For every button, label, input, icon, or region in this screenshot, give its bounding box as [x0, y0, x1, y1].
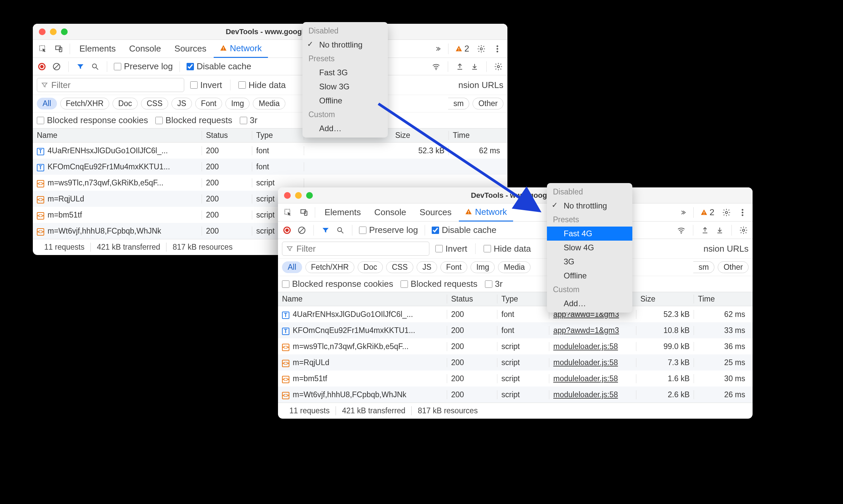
maximize-icon[interactable] — [61, 29, 68, 35]
chip-img[interactable]: Img — [471, 262, 495, 273]
dropdown-item-add[interactable]: Add… — [547, 296, 632, 310]
upload-icon[interactable] — [455, 61, 465, 72]
chip-media[interactable]: Media — [498, 262, 530, 273]
kebab-icon[interactable] — [490, 41, 505, 56]
search-icon[interactable] — [335, 225, 345, 235]
tab-network[interactable]: Network — [214, 40, 268, 58]
blocked-requests-checkbox[interactable]: Blocked requests — [401, 279, 477, 289]
hide-data-checkbox[interactable]: Hide data — [239, 80, 286, 90]
chip-all[interactable]: All — [37, 98, 57, 109]
dropdown-item-slow3g[interactable]: Slow 3G — [302, 80, 388, 94]
hide-data-checkbox[interactable]: Hide data — [484, 244, 531, 254]
filter-input[interactable]: Filter — [282, 241, 429, 256]
blocked-response-checkbox[interactable]: Blocked response cookies — [37, 115, 148, 126]
record-button[interactable] — [282, 225, 292, 235]
inspect-icon[interactable] — [35, 41, 50, 56]
chip-img[interactable]: Img — [225, 98, 249, 109]
chip-js[interactable]: JS — [417, 262, 437, 273]
download-icon[interactable] — [470, 61, 480, 72]
gear-icon[interactable] — [474, 41, 489, 56]
wifi-icon[interactable] — [431, 61, 441, 72]
chip-css[interactable]: CSS — [141, 98, 168, 109]
close-icon[interactable] — [39, 29, 46, 35]
gear-icon[interactable] — [738, 225, 749, 235]
blocked-response-checkbox[interactable]: Blocked response cookies — [282, 279, 393, 289]
more-tabs-icon[interactable] — [430, 41, 445, 56]
filter-icon[interactable] — [75, 61, 85, 72]
tab-console[interactable]: Console — [123, 40, 167, 58]
chip-fetch[interactable]: Fetch/XHR — [60, 98, 109, 109]
tab-elements[interactable]: Elements — [318, 203, 367, 221]
cell-initiator[interactable]: moduleloader.js:58 — [549, 358, 636, 367]
tab-elements[interactable]: Elements — [73, 40, 122, 58]
minimize-icon[interactable] — [50, 29, 57, 35]
col-status[interactable]: Status — [447, 294, 497, 304]
chip-other[interactable]: Other — [718, 262, 749, 273]
tab-network[interactable]: Network — [459, 203, 513, 221]
kebab-icon[interactable] — [735, 205, 750, 220]
filter-icon[interactable] — [320, 225, 331, 235]
search-icon[interactable] — [90, 61, 100, 72]
col-size[interactable]: Size — [391, 131, 449, 140]
dropdown-item-offline[interactable]: Offline — [302, 94, 388, 108]
third-party-checkbox[interactable]: 3r — [240, 115, 258, 126]
col-size[interactable]: Size — [636, 294, 694, 304]
maximize-icon[interactable] — [306, 192, 313, 199]
chip-js[interactable]: JS — [172, 98, 192, 109]
gear-icon[interactable] — [493, 61, 504, 72]
chip-all[interactable]: All — [282, 262, 302, 273]
table-row[interactable]: T4UaRrENHsxJlGDuGo1OIlJfC6l_...200fontap… — [278, 306, 753, 322]
chip-css[interactable]: CSS — [386, 262, 413, 273]
minimize-icon[interactable] — [295, 192, 302, 199]
col-time[interactable]: Time — [449, 131, 504, 140]
chip-fetch[interactable]: Fetch/XHR — [305, 262, 354, 273]
table-row[interactable]: <>m=bm51tf200scriptmoduleloader.js:581.6… — [278, 371, 753, 386]
cell-initiator[interactable]: moduleloader.js:58 — [549, 390, 636, 399]
dropdown-item-slow4g[interactable]: Slow 4G — [547, 240, 632, 255]
clear-icon[interactable] — [297, 225, 307, 235]
disable-cache-checkbox[interactable]: Disable cache — [432, 225, 496, 235]
cell-initiator[interactable]: app?awwd=1&gm3 — [549, 326, 636, 335]
chip-media[interactable]: Media — [253, 98, 285, 109]
disable-cache-checkbox[interactable]: Disable cache — [187, 61, 251, 72]
col-name[interactable]: Name — [278, 294, 447, 304]
invert-checkbox[interactable]: Invert — [435, 244, 467, 254]
col-type[interactable]: Type — [252, 131, 304, 140]
tab-console[interactable]: Console — [368, 203, 412, 221]
warnings-count[interactable]: 2 — [452, 43, 473, 54]
table-row[interactable]: T4UaRrENHsxJlGDuGo1OIlJfC6l_...200font52… — [33, 143, 507, 159]
col-time[interactable]: Time — [694, 294, 749, 304]
dropdown-item-nothrottle[interactable]: ✓No throttling — [302, 38, 388, 52]
preserve-log-checkbox[interactable]: Preserve log — [359, 225, 418, 235]
filter-input[interactable]: Filter — [37, 78, 184, 92]
chip-wasm-cut[interactable]: sm — [693, 262, 715, 273]
third-party-checkbox[interactable]: 3r — [485, 279, 503, 289]
warnings-count[interactable]: 2 — [697, 207, 718, 218]
dropdown-item-add[interactable]: Add… — [302, 122, 388, 136]
record-button[interactable] — [37, 61, 47, 72]
tab-sources[interactable]: Sources — [169, 40, 212, 58]
table-row[interactable]: <>m=ws9Tlc,n73qwf,GkRiKb,e5qF...200scrip… — [278, 338, 753, 355]
invert-checkbox[interactable]: Invert — [190, 80, 222, 90]
col-status[interactable]: Status — [202, 131, 252, 140]
col-name[interactable]: Name — [33, 131, 202, 140]
cell-initiator[interactable]: moduleloader.js:58 — [549, 374, 636, 383]
chip-doc[interactable]: Doc — [112, 98, 138, 109]
cell-initiator[interactable]: moduleloader.js:58 — [549, 342, 636, 351]
clear-icon[interactable] — [52, 61, 62, 72]
device-toggle-icon[interactable] — [52, 41, 66, 56]
dropdown-item-fast3g[interactable]: Fast 3G — [302, 66, 388, 80]
dropdown-item-nothrottle[interactable]: ✓No throttling — [547, 199, 632, 213]
tab-sources[interactable]: Sources — [414, 203, 457, 221]
wifi-icon[interactable] — [676, 225, 686, 235]
preserve-log-checkbox[interactable]: Preserve log — [114, 61, 173, 72]
blocked-requests-checkbox[interactable]: Blocked requests — [155, 115, 232, 126]
table-row[interactable]: TKFOmCnqEu92Fr1Mu4mxKKTU1...200font — [33, 159, 507, 175]
chip-other[interactable]: Other — [473, 98, 504, 109]
dropdown-item-offline[interactable]: Offline — [547, 269, 632, 283]
dropdown-item-3g[interactable]: 3G — [547, 255, 632, 269]
chip-doc[interactable]: Doc — [358, 262, 383, 273]
table-row[interactable]: <>m=RqjULd200scriptmoduleloader.js:587.3… — [278, 355, 753, 371]
upload-icon[interactable] — [700, 225, 710, 235]
inspect-icon[interactable] — [281, 205, 295, 220]
